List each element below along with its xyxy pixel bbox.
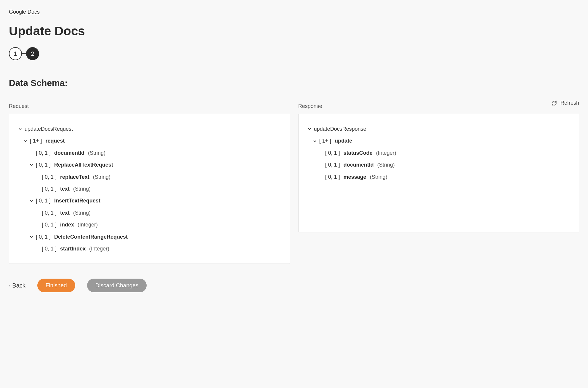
request-schema-card: updateDocsRequest [ 1+ ] request [ 0, 1 …	[9, 114, 290, 264]
step-connector	[22, 53, 26, 54]
field-name: statusCode	[344, 148, 373, 158]
cardinality: [ 0, 1 ]	[42, 172, 57, 182]
request-label: Request	[9, 103, 290, 109]
tree-row-message: [ 0, 1 ] message (String)	[307, 171, 570, 183]
field-name: text	[60, 208, 70, 218]
chevron-down-icon	[29, 163, 33, 167]
field-type: (Integer)	[89, 244, 109, 253]
chevron-down-icon	[29, 199, 33, 203]
field-name: index	[60, 220, 74, 229]
tree-row-index: [ 0, 1 ] index (Integer)	[18, 219, 281, 231]
field-type: (String)	[88, 148, 105, 158]
back-label: Back	[12, 282, 25, 289]
cardinality: [ 0, 1 ]	[36, 232, 51, 242]
field-name: text	[60, 184, 70, 194]
cardinality: [ 0, 1 ]	[325, 148, 340, 158]
field-name: documentId	[54, 148, 84, 158]
cardinality: [ 1+ ]	[319, 136, 331, 146]
tree-row-update[interactable]: [ 1+ ] update	[307, 135, 570, 147]
cardinality: [ 0, 1 ]	[36, 160, 51, 170]
stepper: 1 2	[9, 47, 579, 60]
cardinality: [ 0, 1 ]	[36, 196, 51, 205]
section-title: Data Schema:	[9, 78, 579, 88]
field-name: update	[335, 136, 352, 146]
step-2[interactable]: 2	[26, 47, 39, 60]
tree-row-request[interactable]: [ 1+ ] request	[18, 135, 281, 147]
tree-root-name: updateDocsResponse	[314, 124, 366, 134]
chevron-down-icon	[307, 127, 312, 131]
footer: ‹ Back Finished Discard Changes	[9, 279, 579, 292]
cardinality: [ 0, 1 ]	[42, 208, 57, 218]
cardinality: [ 0, 1 ]	[36, 148, 51, 158]
cardinality: [ 0, 1 ]	[325, 172, 340, 182]
request-column: Request updateDocsRequest [ 1+ ] request…	[9, 103, 290, 264]
field-type: (String)	[370, 172, 387, 182]
cardinality: [ 0, 1 ]	[42, 244, 57, 253]
tree-row-replacealltext[interactable]: [ 0, 1 ] ReplaceAllTextRequest	[18, 159, 281, 171]
chevron-down-icon	[23, 139, 28, 143]
tree-row-root[interactable]: updateDocsRequest	[18, 123, 281, 135]
chevron-down-icon	[18, 127, 22, 131]
finished-button[interactable]: Finished	[37, 279, 75, 292]
tree-row-replacetext: [ 0, 1 ] replaceText (String)	[18, 171, 281, 183]
field-name: InsertTextRequest	[54, 196, 100, 205]
chevron-down-icon	[29, 235, 33, 239]
tree-row-statuscode: [ 0, 1 ] statusCode (Integer)	[307, 147, 570, 159]
tree-root-name: updateDocsRequest	[25, 124, 73, 134]
field-name: message	[344, 172, 366, 182]
field-name: replaceText	[60, 172, 89, 182]
response-label: Response	[298, 103, 579, 109]
step-1[interactable]: 1	[9, 47, 22, 60]
tree-row-startindex: [ 0, 1 ] startIndex (Integer)	[18, 243, 281, 255]
chevron-left-icon: ‹	[9, 283, 10, 288]
tree-row-documentid: [ 0, 1 ] documentId (String)	[18, 147, 281, 159]
tree-row-text: [ 0, 1 ] text (String)	[18, 183, 281, 195]
cardinality: [ 0, 1 ]	[325, 160, 340, 170]
field-name: ReplaceAllTextRequest	[54, 160, 113, 170]
tree-row-deleterange[interactable]: [ 0, 1 ] DeleteContentRangeRequest	[18, 231, 281, 243]
field-type: (String)	[73, 184, 91, 194]
field-type: (String)	[73, 208, 91, 218]
tree-row-text2: [ 0, 1 ] text (String)	[18, 207, 281, 219]
field-name: request	[46, 136, 65, 146]
back-button[interactable]: ‹ Back	[9, 282, 25, 289]
field-type: (String)	[377, 160, 395, 170]
field-name: DeleteContentRangeRequest	[54, 232, 128, 242]
breadcrumb-link[interactable]: Google Docs	[9, 9, 40, 15]
response-schema-card: updateDocsResponse [ 1+ ] update [ 0, 1 …	[298, 114, 579, 232]
response-column: Response updateDocsResponse [ 1+ ] updat…	[298, 103, 579, 264]
page-title: Update Docs	[9, 24, 579, 38]
cardinality: [ 1+ ]	[30, 136, 42, 146]
cardinality: [ 0, 1 ]	[42, 220, 57, 229]
field-type: (Integer)	[78, 220, 98, 229]
discard-changes-button[interactable]: Discard Changes	[87, 279, 147, 292]
field-name: startIndex	[60, 244, 86, 253]
field-name: documentId	[344, 160, 374, 170]
chevron-down-icon	[313, 139, 317, 143]
tree-row-documentid: [ 0, 1 ] documentId (String)	[307, 159, 570, 171]
tree-row-root[interactable]: updateDocsResponse	[307, 123, 570, 135]
field-type: (Integer)	[376, 148, 396, 158]
tree-row-inserttext[interactable]: [ 0, 1 ] InsertTextRequest	[18, 195, 281, 207]
field-type: (String)	[93, 172, 110, 182]
cardinality: [ 0, 1 ]	[42, 184, 57, 194]
